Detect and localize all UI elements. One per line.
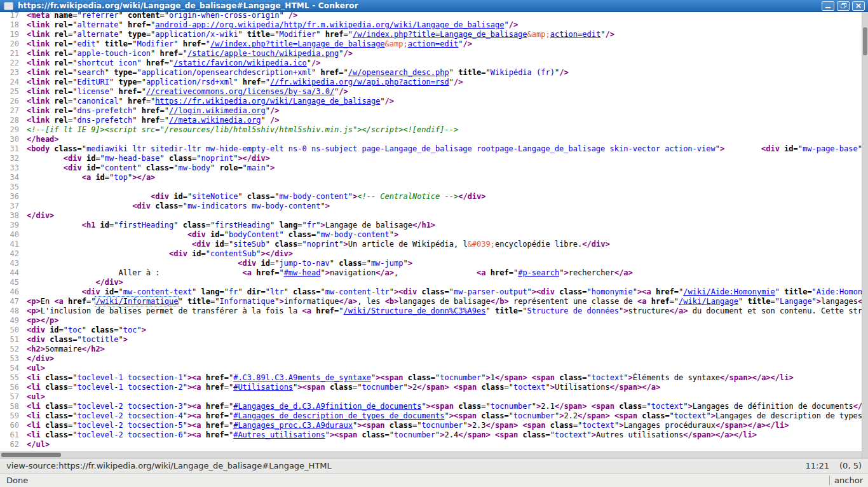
code-token: =" [68, 87, 77, 96]
code-token: /> [509, 20, 518, 29]
source-link[interactable]: #Langages_de_d.C3.A9finition_de_document… [233, 402, 421, 411]
code-token: " [445, 411, 449, 420]
source-link-focused[interactable]: /wiki/Informatique [95, 297, 178, 306]
code-token: name [54, 12, 72, 20]
source-link[interactable]: #.C3.89l.C3.A9ments_de_syntaxe [233, 373, 371, 382]
source-link[interactable]: //creativecommons.org/licenses/by-sa/3.0… [146, 87, 334, 96]
code-token: " [706, 411, 710, 420]
line-content: <li class="toclevel-2 tocsection-5"><a h… [27, 421, 789, 430]
code-token: rel [54, 49, 68, 58]
line-content: <li class="toclevel-2 tocsection-6"><a h… [27, 430, 757, 439]
code-token: <h2> [27, 345, 45, 353]
code-token: toc [68, 326, 82, 334]
vertical-scrollbar[interactable] [862, 12, 868, 458]
source-link[interactable]: action=edit [550, 30, 600, 39]
code-token: Informatique [220, 297, 275, 306]
code-token: application/rsd+xml [146, 78, 233, 86]
code-token [449, 383, 454, 392]
source-link[interactable]: //fr.wikipedia.org/w/api.php?action=rsd [270, 78, 449, 86]
code-token: rechercher [569, 268, 614, 277]
source-link[interactable]: /wiki/Structure_de_donn%C3%A9es [344, 306, 486, 315]
source-link[interactable]: /static/favicon/wikipedia.ico [173, 58, 307, 67]
code-token: Utilisations [555, 383, 610, 392]
line-content: <link rel="dns-prefetch" href="//login.w… [27, 106, 279, 115]
code-token: =" [546, 430, 555, 439]
line-number: 24 [0, 78, 19, 87]
vertical-scrollbar-thumb[interactable] [863, 27, 867, 55]
source-link[interactable]: #Langages_proc.C3.A9duraux [233, 421, 353, 430]
code-token: <p> [27, 306, 41, 315]
code-token: =" [72, 12, 81, 20]
code-token: /> [454, 78, 463, 86]
code-token: Sommaire [45, 345, 82, 353]
code-line: 37 <div class="mw-indicators mw-body-con… [0, 202, 862, 211]
close-button[interactable]: × [852, 1, 865, 11]
source-link[interactable]: #Langages_de_description_de_types_de_doc… [233, 411, 444, 420]
code-token: href [491, 268, 509, 277]
code-token: <div [238, 259, 261, 268]
horizontal-scrollbar[interactable] [0, 451, 862, 458]
code-token: href [651, 297, 670, 306]
code-token: </a> [670, 306, 688, 315]
line-number: 26 [0, 97, 19, 106]
source-link[interactable]: https://fr.wikipedia.org/wiki/Langage_de… [155, 97, 380, 106]
code-token: " [261, 116, 270, 125]
code-line: 60<li class="toclevel-2 tocsection-5"><a… [0, 421, 862, 430]
minimize-button[interactable] [822, 1, 834, 11]
line-number: 48 [0, 306, 19, 316]
code-token: </div> [95, 278, 123, 287]
code-token: <link [27, 58, 54, 67]
code-token: " [449, 68, 458, 77]
code-token: =" [95, 154, 104, 163]
source-link[interactable]: /static/apple-touch/wikipedia.png [187, 49, 339, 58]
code-token: =" [665, 411, 674, 420]
source-link[interactable]: #Utilisations [233, 383, 293, 392]
code-token: =" [68, 39, 77, 48]
code-token [610, 411, 614, 420]
code-token: <span [592, 402, 619, 411]
line-content: <link rel="edit" title="Modifier" href="… [27, 39, 472, 48]
source-link[interactable]: /w/index.php?title=Langage_de_balisage [210, 39, 385, 48]
source-link[interactable]: //login.wikimedia.org [169, 106, 266, 115]
code-token: </span> [417, 383, 449, 392]
source-link[interactable]: /wiki/Aide:Homonymie [683, 287, 775, 296]
code-token: title [187, 297, 210, 306]
source-link[interactable]: #Autres_utilisations [233, 430, 325, 439]
source-link[interactable]: //meta.wikimedia.org [169, 116, 261, 125]
line-content: <a id="top"></a> [27, 173, 155, 182]
line-number: 51 [0, 335, 19, 345]
code-token: Modifier [137, 39, 173, 48]
code-token: " [266, 106, 270, 115]
source-link[interactable]: /w/opensearch_desc.php [348, 68, 449, 77]
code-token: " [109, 87, 118, 96]
minibuffer-mode: anchor [829, 476, 863, 485]
code-token: </span></a></li> [715, 421, 789, 430]
line-number: 50 [0, 326, 19, 335]
code-token: " [339, 49, 343, 58]
code-token: " [421, 402, 426, 411]
code-token: =" [261, 287, 270, 296]
source-link[interactable]: android-app://org.wikipedia/http/fr.m.wi… [155, 20, 504, 29]
maximize-button[interactable] [837, 1, 850, 11]
source-link[interactable]: #p-search [518, 268, 559, 277]
code-token: > [408, 383, 412, 392]
source-view[interactable]: 17<meta name="referrer" content="origin-… [0, 12, 862, 451]
source-link[interactable]: /wiki/Langage [679, 297, 738, 306]
code-token: class [275, 240, 297, 249]
code-token: > [688, 402, 693, 411]
source-link[interactable]: #mw-head [284, 268, 321, 277]
code-token: > [564, 268, 568, 277]
code-token: </ul> [27, 440, 50, 449]
code-token: " [210, 163, 219, 172]
code-token: class [408, 373, 431, 382]
code-token: " [546, 383, 550, 392]
code-token: href [206, 430, 224, 439]
code-token: 2.3 [472, 421, 486, 430]
code-token: class [421, 287, 444, 296]
code-token: " [532, 402, 536, 411]
code-token: class [45, 402, 68, 411]
code-token: ><span [330, 430, 362, 439]
horizontal-scrollbar-thumb[interactable] [1, 453, 61, 457]
source-link[interactable]: action=edit [408, 39, 458, 48]
source-link[interactable]: /w/index.php?title=Langage_de_balisage [353, 30, 527, 39]
